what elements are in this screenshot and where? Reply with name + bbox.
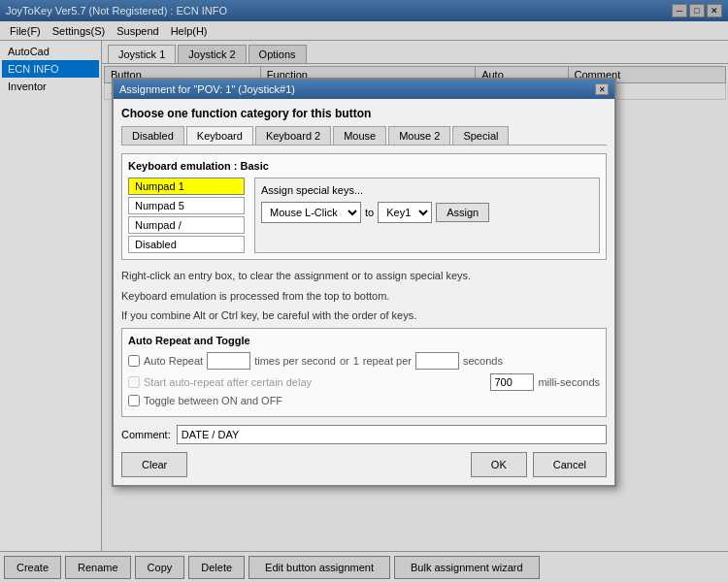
key-item-numpad5[interactable]: Numpad 5	[128, 197, 245, 214]
delay-unit: milli-seconds	[538, 376, 600, 388]
comment-row: Comment:	[121, 425, 607, 444]
repeat-count: 1	[353, 355, 359, 367]
assign-special-title: Assign special keys...	[261, 184, 593, 196]
modal-overlay: Assignment for "POV: 1" (Joystick#1) ✕ C…	[0, 0, 728, 582]
ok-button[interactable]: OK	[471, 452, 527, 477]
times-input[interactable]	[207, 352, 250, 370]
key-item-numpad-slash[interactable]: Numpad /	[128, 216, 245, 234]
assign-target-select[interactable]: Key1Key2Key3	[378, 202, 432, 223]
assign-to-label: to	[365, 207, 374, 218]
key-item-disabled[interactable]: Disabled	[128, 236, 245, 253]
times-label: times per second	[254, 355, 336, 367]
tab-special[interactable]: Special	[452, 126, 509, 145]
info-line-3: If you combine Alt or Ctrl key, be caref…	[121, 307, 607, 324]
key-list: Numpad 1 Numpad 5 Numpad / Disabled	[128, 178, 245, 253]
auto-repeat-checkbox[interactable]	[128, 355, 140, 367]
assign-row: Mouse L-ClickMouse R-ClickMouse M-Click …	[261, 202, 593, 223]
modal-section-title: Choose one function category for this bu…	[121, 107, 607, 120]
assign-button[interactable]: Assign	[436, 203, 489, 222]
kb-section-title: Keyboard emulation : Basic	[128, 160, 600, 172]
comment-input[interactable]	[177, 425, 607, 444]
delay-label: Start auto-repeat after certain delay	[144, 376, 312, 388]
tab-keyboard2[interactable]: Keyboard 2	[255, 126, 331, 145]
auto-repeat-title: Auto Repeat and Toggle	[128, 335, 600, 346]
tab-keyboard[interactable]: Keyboard	[186, 126, 253, 145]
modal-dialog: Assignment for "POV: 1" (Joystick#1) ✕ C…	[112, 78, 616, 487]
delay-checkbox[interactable]	[128, 376, 140, 388]
seconds-label: seconds	[463, 355, 503, 367]
kb-content: Numpad 1 Numpad 5 Numpad / Disabled Assi…	[128, 178, 600, 253]
func-tabs: Disabled Keyboard Keyboard 2 Mouse Mouse…	[121, 126, 607, 146]
assign-special-section: Assign special keys... Mouse L-ClickMous…	[254, 178, 600, 253]
toggle-checkbox[interactable]	[128, 395, 140, 406]
key-item-numpad1[interactable]: Numpad 1	[128, 178, 245, 195]
toggle-row: Toggle between ON and OFF	[128, 395, 600, 406]
modal-close-button[interactable]: ✕	[595, 83, 609, 95]
modal-buttons: Clear OK Cancel	[121, 452, 607, 477]
info-line-1: Right-click an entry box, to clear the a…	[121, 268, 607, 284]
clear-button[interactable]: Clear	[121, 452, 187, 477]
comment-label: Comment:	[121, 429, 171, 440]
auto-repeat-row: Auto Repeat times per second or 1 repeat…	[128, 352, 600, 370]
modal-title: Assignment for "POV: 1" (Joystick#1)	[119, 83, 295, 95]
info-line-2: Keyboard emulation is processed from the…	[121, 288, 607, 305]
tab-mouse[interactable]: Mouse	[333, 126, 386, 145]
tab-mouse2[interactable]: Mouse 2	[388, 126, 450, 145]
tab-disabled[interactable]: Disabled	[121, 126, 184, 145]
toggle-label: Toggle between ON and OFF	[144, 395, 282, 406]
delay-input[interactable]	[490, 373, 534, 391]
auto-repeat-label: Auto Repeat	[144, 355, 203, 367]
repeat-label: repeat per	[363, 355, 412, 367]
cancel-button[interactable]: Cancel	[533, 452, 607, 477]
delay-row: Start auto-repeat after certain delay mi…	[128, 373, 600, 391]
ok-cancel-group: OK Cancel	[471, 452, 607, 477]
keyboard-emulation-section: Keyboard emulation : Basic Numpad 1 Nump…	[121, 153, 607, 260]
seconds-input[interactable]	[415, 352, 459, 370]
modal-title-bar: Assignment for "POV: 1" (Joystick#1) ✕	[114, 80, 614, 99]
or-label: or	[340, 355, 349, 367]
auto-repeat-section: Auto Repeat and Toggle Auto Repeat times…	[121, 328, 607, 417]
modal-body: Choose one function category for this bu…	[114, 99, 614, 485]
assign-source-select[interactable]: Mouse L-ClickMouse R-ClickMouse M-Click	[261, 202, 361, 223]
